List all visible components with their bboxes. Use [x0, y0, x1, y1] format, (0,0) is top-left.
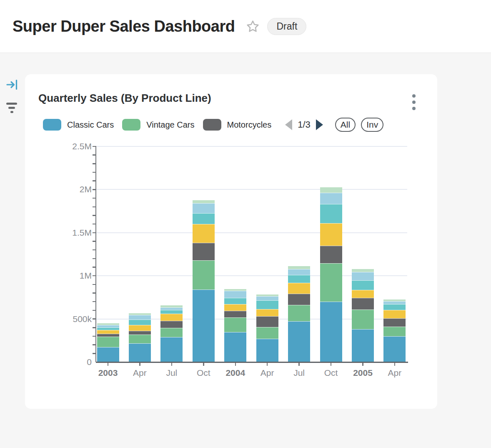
x-axis-tick [394, 362, 396, 366]
kebab-dot [412, 107, 416, 110]
bar-segment[interactable] [224, 291, 246, 298]
bar-segment[interactable] [256, 339, 278, 362]
legend-item-motorcycles[interactable]: Motorcycles [203, 119, 272, 131]
bar-segment[interactable] [320, 223, 342, 245]
x-axis-tick [235, 362, 236, 366]
bar-segment[interactable] [256, 300, 278, 309]
y-axis-line [95, 146, 96, 362]
bar-segment[interactable] [288, 294, 310, 305]
collapse-panel-icon[interactable] [6, 79, 18, 91]
bar-segment[interactable] [288, 305, 310, 322]
bar-segment[interactable] [160, 314, 183, 321]
bar-segment[interactable] [129, 331, 151, 335]
bar-segment[interactable] [224, 304, 246, 311]
bar-segment[interactable] [224, 298, 246, 304]
legend-prev-arrow-icon[interactable] [285, 119, 292, 130]
bar-segment[interactable] [352, 310, 374, 329]
bar-segment[interactable] [193, 200, 215, 203]
bar-segment[interactable] [193, 289, 215, 362]
bar-segment[interactable] [129, 335, 151, 343]
bar-segment[interactable] [352, 272, 374, 280]
bar-segment[interactable] [352, 290, 374, 298]
bar-segment[interactable] [193, 260, 215, 289]
bar-segment[interactable] [193, 224, 215, 243]
bar-segment[interactable] [288, 283, 310, 294]
bar-segment[interactable] [256, 296, 278, 300]
bar-segment[interactable] [160, 328, 183, 337]
legend-button-group: All Inv [335, 118, 383, 132]
stacked-bar-apr[interactable] [383, 300, 406, 362]
stacked-bar-2004[interactable] [224, 289, 246, 362]
y-gridline [96, 146, 407, 147]
bar-segment[interactable] [383, 327, 406, 336]
filter-icon[interactable] [5, 101, 18, 114]
bar-segment[interactable] [193, 203, 215, 214]
bar-segment[interactable] [320, 187, 342, 192]
stacked-bar-jul[interactable] [288, 266, 310, 362]
bar-segment[interactable] [256, 309, 278, 316]
y-axis-tick-label: 0 [50, 357, 92, 367]
bar-segment[interactable] [129, 315, 151, 320]
legend-inverse-button[interactable]: Inv [361, 118, 383, 132]
bar-segment[interactable] [320, 204, 342, 224]
bar-segment[interactable] [320, 246, 342, 263]
chart-title: Quarterly Sales (By Product Line) [38, 92, 211, 112]
bar-segment[interactable] [383, 318, 406, 327]
legend-item-classic-cars[interactable]: Classic Cars [43, 119, 114, 131]
bar-segment[interactable] [160, 310, 183, 314]
bar-segment[interactable] [352, 269, 374, 272]
card-menu-kebab-icon[interactable] [411, 93, 417, 112]
bar-segment[interactable] [383, 310, 406, 318]
filter-line [6, 103, 17, 105]
legend-swatch [122, 119, 140, 131]
bar-segment[interactable] [224, 317, 246, 332]
legend-swatch [43, 119, 61, 131]
legend-all-button[interactable]: All [335, 118, 356, 132]
legend-label: Classic Cars [67, 120, 114, 130]
bar-segment[interactable] [352, 280, 374, 289]
filter-line [10, 111, 13, 113]
stacked-bar-apr[interactable] [256, 294, 278, 362]
bar-segment[interactable] [97, 334, 119, 337]
bar-segment[interactable] [193, 243, 215, 260]
stacked-bar-2005[interactable] [352, 269, 374, 362]
bar-segment[interactable] [320, 263, 342, 302]
bar-segment[interactable] [224, 311, 246, 317]
legend-item-vintage-cars[interactable]: Vintage Cars [122, 119, 194, 131]
bar-segment[interactable] [129, 343, 151, 362]
bar-segment[interactable] [129, 325, 151, 331]
bar-segment[interactable] [193, 213, 215, 224]
bar-segment[interactable] [288, 275, 310, 283]
bar-segment[interactable] [320, 302, 342, 362]
bar-segment[interactable] [97, 330, 119, 334]
stacked-bar-oct[interactable] [320, 187, 342, 362]
stacked-bar-oct[interactable] [193, 200, 215, 362]
y-axis-tick-label: 500k [50, 314, 92, 324]
x-axis-tick-label: 2004 [219, 368, 252, 378]
bar-segment[interactable] [256, 316, 278, 327]
bar-segment[interactable] [320, 193, 342, 204]
bar-segment[interactable] [97, 347, 119, 362]
legend-label: Motorcycles [227, 120, 272, 130]
bar-segment[interactable] [160, 337, 183, 362]
bar-segment[interactable] [383, 301, 406, 304]
stacked-bar-2003[interactable] [97, 323, 119, 362]
stacked-bar-apr[interactable] [129, 313, 151, 362]
bar-segment[interactable] [288, 266, 310, 269]
x-axis-tick-label: Oct [187, 368, 220, 378]
y-axis-tick-label: 1.5M [50, 228, 92, 238]
bar-segment[interactable] [160, 321, 183, 328]
bar-segment[interactable] [256, 327, 278, 339]
bar-segment[interactable] [383, 304, 406, 310]
bar-segment[interactable] [352, 298, 374, 310]
bar-segment[interactable] [383, 336, 406, 362]
bar-segment[interactable] [224, 332, 246, 362]
legend-next-arrow-icon[interactable] [316, 119, 323, 130]
stacked-bar-jul[interactable] [160, 305, 183, 362]
bar-segment[interactable] [288, 269, 310, 275]
bar-segment[interactable] [129, 320, 151, 325]
bar-segment[interactable] [352, 329, 374, 362]
bar-segment[interactable] [97, 337, 119, 347]
favorite-star-icon[interactable] [246, 19, 260, 33]
bar-segment[interactable] [288, 321, 310, 362]
